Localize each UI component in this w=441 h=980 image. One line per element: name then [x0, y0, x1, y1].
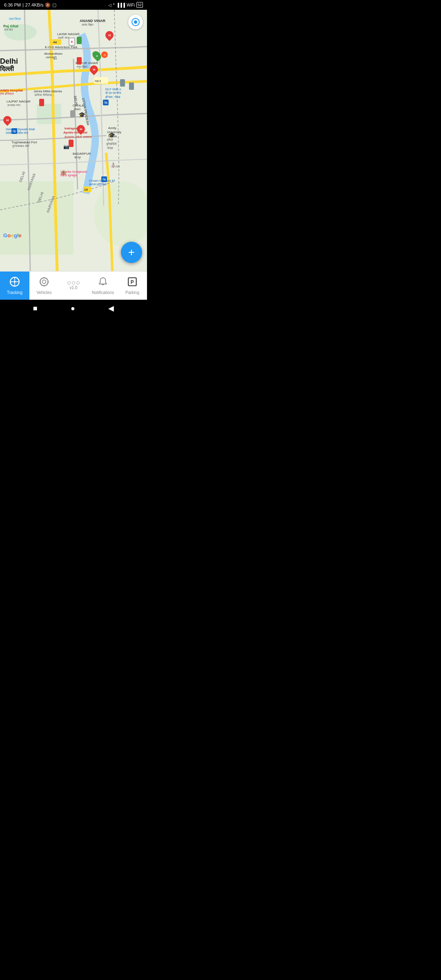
pin-destination[interactable]: ● [93, 51, 100, 60]
vehicles-label: Vehicles [36, 290, 51, 295]
accident-icon[interactable]: ⚠ [101, 51, 108, 58]
tracking-label: Tracking [7, 290, 22, 295]
time: 6:36 PM [4, 2, 21, 7]
svg-point-18 [43, 285, 45, 286]
svg-rect-3 [0, 181, 74, 255]
svg-point-15 [40, 278, 48, 286]
parking-icon: P [127, 276, 138, 290]
svg-text:19: 19 [84, 188, 88, 192]
wifi-icon: WiFi [127, 3, 135, 7]
nav-tab-tracking[interactable]: Tracking [0, 272, 29, 300]
mute-icon: 🔕 [45, 2, 51, 8]
vehicles-icon [39, 276, 49, 290]
temple-icon: ⛪ [110, 161, 116, 168]
google-logo: Google [3, 232, 22, 238]
version-circle-3 [76, 281, 80, 285]
shopping-icon-1: 🛍 [103, 100, 109, 105]
vehicle-gray-3[interactable] [129, 82, 134, 90]
svg-text:NE3: NE3 [95, 79, 101, 83]
nav-tab-vehicles[interactable]: Vehicles [29, 272, 59, 300]
nav-tab-notifications[interactable]: Notifications [88, 272, 118, 300]
vehicle-red-1[interactable] [77, 57, 82, 65]
version-display: v1.0 [59, 272, 88, 300]
recent-apps-button[interactable]: ■ [33, 304, 38, 313]
tracking-icon [9, 276, 20, 290]
screen-icon: ▢ [52, 2, 56, 8]
svg-point-1 [4, 24, 37, 40]
camera-icon: 📷 [63, 143, 69, 150]
battery-indicator: 52 [136, 2, 143, 8]
pin-hospital-3[interactable]: H [77, 125, 85, 133]
vehicle-red-2[interactable] [39, 99, 44, 106]
vehicle-green[interactable] [77, 37, 82, 44]
network-speed: | [22, 2, 24, 7]
svg-point-17 [43, 277, 45, 278]
parking-label: Parking [125, 290, 139, 295]
status-left: 6:36 PM | 27.4KB/s 🔕 ▢ [4, 2, 56, 8]
vehicle-gray-2[interactable] [120, 79, 125, 87]
nav-tab-parking[interactable]: P Parking [118, 272, 147, 300]
bluetooth-icon: * [113, 3, 115, 7]
my-location-button[interactable] [128, 15, 143, 29]
svg-text:P: P [131, 279, 134, 285]
om-icon: ॐ [53, 54, 57, 61]
vehicle-gray-1[interactable] [70, 110, 75, 118]
data-speed: 27.4KB/s [25, 2, 44, 7]
svg-point-14 [14, 281, 16, 283]
notifications-icon [98, 276, 108, 290]
status-right: ◁ * ▐▐▐ WiFi 52 [108, 2, 143, 8]
status-bar: 6:36 PM | 27.4KB/s 🔕 ▢ ◁ * ▐▐▐ WiFi 52 [0, 0, 147, 10]
map-container[interactable]: NE3 44 19 लाल किला Raj Ghat राज घाट ANAN… [0, 10, 147, 271]
back-button[interactable]: ◀ [108, 304, 114, 313]
bottom-navigation: Tracking Vehicles v1.0 [0, 271, 147, 300]
home-button[interactable]: ● [71, 304, 75, 313]
version-text: v1.0 [70, 285, 78, 290]
svg-point-16 [42, 280, 46, 284]
vehicle-ambulance[interactable]: + [69, 38, 75, 46]
hotel-icon: 🏨 [60, 168, 67, 176]
notifications-label: Notifications [92, 290, 114, 295]
svg-text:44: 44 [53, 40, 57, 44]
pin-hospital-2[interactable]: H [90, 65, 98, 74]
map-background: NE3 44 19 [0, 10, 147, 271]
shopping-icon-2: 🛍 [11, 128, 17, 134]
svg-point-20 [47, 281, 49, 282]
shopping-icon-3: 🛍 [101, 176, 107, 182]
location-icon: ◁ [108, 3, 111, 7]
fab-add-button[interactable]: + [121, 242, 142, 263]
pin-hospital-4[interactable]: H [3, 116, 11, 124]
pin-hospital-1[interactable]: H [105, 31, 114, 39]
svg-point-19 [40, 281, 41, 282]
version-circles [67, 281, 80, 285]
android-navigation-bar: ■ ● ◀ [0, 300, 147, 317]
version-circle-1 [67, 281, 71, 285]
signal-icon: ▐▐▐ [116, 3, 125, 7]
version-circle-2 [72, 281, 75, 285]
svg-rect-2 [37, 104, 61, 124]
edu-icon-1: 🎓 [78, 111, 85, 118]
edu-icon-2: 🎓 [108, 131, 115, 139]
